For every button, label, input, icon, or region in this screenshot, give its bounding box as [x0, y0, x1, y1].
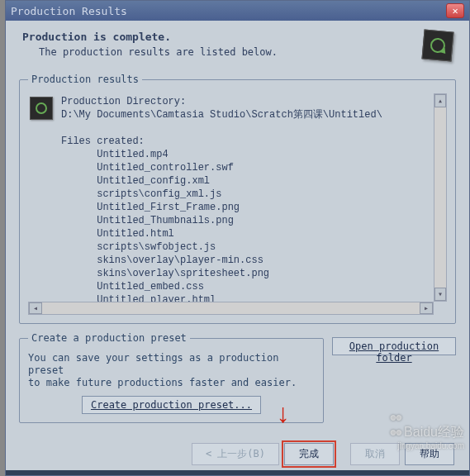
window-title: Production Results: [11, 5, 446, 17]
scroll-down-button[interactable]: ▾: [434, 288, 446, 301]
production-results-window: Production Results ✕ Production is compl…: [5, 0, 470, 476]
results-legend: Production results: [28, 74, 142, 85]
preset-description: You can save your settings as a producti…: [28, 352, 315, 389]
titlebar: Production Results ✕: [6, 1, 469, 21]
close-button[interactable]: ✕: [446, 3, 464, 18]
back-button[interactable]: < 上一步(B): [192, 443, 279, 465]
scroll-up-button[interactable]: ▴: [434, 94, 446, 107]
help-button[interactable]: 帮助: [405, 443, 454, 465]
preset-legend: Create a production preset: [28, 332, 190, 344]
wizard-buttons: < 上一步(B) 完成 取消 帮助: [19, 443, 456, 465]
cancel-button[interactable]: 取消: [350, 443, 400, 465]
scroll-left-button[interactable]: ◂: [29, 302, 42, 314]
header-section: Production is complete. The production r…: [19, 31, 456, 60]
create-preset-group: Create a production preset You can save …: [19, 332, 324, 423]
results-text: Production Directory: D:\My Documents\Ca…: [61, 95, 382, 315]
horizontal-scrollbar[interactable]: ◂ ▸: [28, 302, 434, 315]
camtasia-icon-small: [30, 97, 53, 120]
production-results-group: Production results Production Directory:…: [19, 74, 456, 324]
close-icon: ✕: [452, 5, 458, 17]
header-title: Production is complete.: [22, 31, 278, 43]
results-textbox[interactable]: Production Directory: D:\My Documents\Ca…: [28, 93, 447, 315]
create-preset-button[interactable]: Create production preset...: [82, 396, 261, 414]
finish-button[interactable]: 完成: [284, 443, 334, 465]
header-subtitle: The production results are listed below.: [39, 46, 278, 58]
scroll-right-button[interactable]: ▸: [420, 302, 433, 314]
open-production-folder-button[interactable]: Open production folder: [332, 337, 456, 355]
camtasia-icon: [421, 29, 453, 61]
vertical-scrollbar[interactable]: ▴ ▾: [434, 93, 447, 302]
bottom-strip: [6, 470, 469, 475]
window-content: Production is complete. The production r…: [6, 21, 469, 475]
